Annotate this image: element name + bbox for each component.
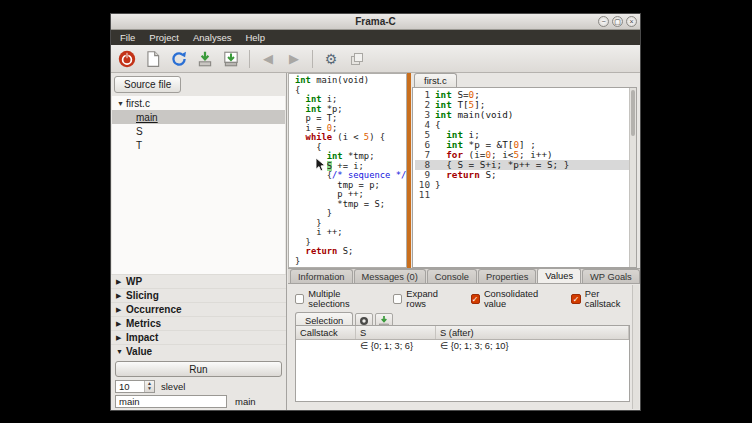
- source-file-tree: ▼ first.c main S T: [112, 96, 285, 274]
- spinner-arrows-icon[interactable]: ▲▼: [144, 381, 154, 392]
- main-function-field[interactable]: main: [115, 395, 227, 408]
- analyses-accordion: ▶ WP ▶ Slicing ▶ Occurrence ▶ Metrics ▶: [111, 274, 286, 358]
- values-options-row: Multiple selections Expand rows ✓ Consol…: [295, 289, 633, 309]
- code-line[interactable]: 3int main(void): [415, 110, 636, 120]
- power-icon: [118, 50, 136, 68]
- maximize-button[interactable]: ▢: [612, 16, 623, 27]
- back-icon: ◀: [263, 51, 273, 66]
- expander-right-icon: ▶: [116, 320, 126, 328]
- tree-item-first-c[interactable]: ▼ first.c: [112, 96, 285, 110]
- vertical-scrollbar[interactable]: [629, 88, 636, 267]
- reload-button[interactable]: [167, 47, 191, 71]
- main-function-row: main main: [115, 395, 282, 408]
- column-callstack[interactable]: Callstack: [296, 326, 356, 339]
- slevel-row: 10 ▲▼ slevel: [115, 379, 282, 393]
- slevel-label: slevel: [161, 381, 185, 392]
- slevel-spinner[interactable]: 10 ▲▼: [115, 380, 155, 393]
- forward-icon: ▶: [289, 51, 299, 66]
- menu-analyses[interactable]: Analyses: [186, 30, 239, 45]
- code-line[interactable]: return S;: [295, 247, 406, 257]
- window-title: Frama-C: [355, 16, 396, 27]
- values-table-header: Callstack S S (after): [296, 326, 629, 340]
- expander-right-icon: ▶: [116, 306, 126, 314]
- tree-item-S[interactable]: S: [112, 124, 285, 138]
- bottom-tabs: Information Messages (0) Console Propert…: [288, 269, 640, 284]
- tab-properties[interactable]: Properties: [478, 269, 536, 283]
- bottom-panel: Information Messages (0) Console Propert…: [288, 268, 640, 410]
- menu-help[interactable]: Help: [238, 30, 272, 45]
- analyses-settings-button[interactable]: ⚙: [319, 47, 343, 71]
- column-s[interactable]: S: [356, 326, 436, 339]
- run-button[interactable]: Run: [115, 361, 282, 377]
- tab-wp-goals[interactable]: WP Goals: [582, 269, 640, 283]
- code-line[interactable]: 11: [415, 190, 636, 200]
- expander-down-icon: ▼: [116, 348, 126, 355]
- checkbox-checked-icon[interactable]: ✓: [571, 294, 580, 304]
- table-cell: [296, 340, 356, 353]
- expand-rows-checkbox[interactable]: Expand rows: [393, 289, 456, 309]
- table-cell: ∈ {0; 1; 3; 6}: [356, 340, 436, 353]
- minimize-button[interactable]: −: [598, 16, 609, 27]
- original-source-view: 1int S=0;2int T[5];3int main(void)4{5 in…: [412, 87, 637, 268]
- code-line[interactable]: i ++;: [295, 228, 406, 238]
- multiple-selections-checkbox[interactable]: Multiple selections: [295, 289, 378, 309]
- tree-item-main[interactable]: main: [112, 110, 285, 124]
- accordion-occurrence[interactable]: ▶ Occurrence: [111, 302, 286, 316]
- gear-icon: ⚙: [325, 51, 338, 67]
- tab-first-c[interactable]: first.c: [414, 73, 457, 87]
- table-cell: ∈ {0; 1; 3; 6; 10}: [436, 340, 629, 353]
- save-session-icon: [222, 50, 240, 68]
- accordion-impact[interactable]: ▶ Impact: [111, 330, 286, 344]
- window-buttons: − ▢ ×: [598, 16, 637, 27]
- refresh-icon: [170, 50, 188, 68]
- mouse-cursor: [315, 157, 326, 173]
- frama-c-window: Frama-C − ▢ × File Project Analyses Help: [110, 13, 641, 411]
- accordion-slicing[interactable]: ▶ Slicing: [111, 288, 286, 302]
- load-session-button[interactable]: [193, 47, 217, 71]
- scrollbar-thumb[interactable]: [631, 90, 635, 136]
- new-project-button[interactable]: [141, 47, 165, 71]
- checkbox-checked-icon[interactable]: ✓: [471, 294, 480, 304]
- expander-down-icon[interactable]: ▼: [117, 100, 126, 107]
- tab-messages[interactable]: Messages (0): [354, 269, 426, 283]
- load-session-icon: [196, 50, 214, 68]
- source-position-marker[interactable]: [407, 73, 411, 268]
- tree-item-T[interactable]: T: [112, 138, 285, 152]
- expander-right-icon: ▶: [116, 278, 126, 286]
- code-line[interactable]: 9 return S;: [415, 170, 636, 180]
- accordion-wp[interactable]: ▶ WP: [111, 274, 286, 288]
- tab-console[interactable]: Console: [427, 269, 477, 283]
- menu-project[interactable]: Project: [142, 30, 186, 45]
- consolidated-value-checkbox[interactable]: ✓ Consolidated value: [471, 289, 557, 309]
- expander-right-icon: ▶: [116, 334, 126, 342]
- checkbox-icon[interactable]: [393, 294, 402, 304]
- toolbar-separator: [312, 50, 313, 68]
- history-back-button[interactable]: ◀: [256, 47, 280, 71]
- detach-view-button[interactable]: [345, 47, 369, 71]
- vertical-scrollbar[interactable]: [632, 285, 639, 409]
- code-line[interactable]: 10}: [415, 180, 636, 190]
- quit-button[interactable]: [115, 47, 139, 71]
- toolbar: ◀ ▶ ⚙: [111, 45, 640, 73]
- save-session-button[interactable]: [219, 47, 243, 71]
- code-line[interactable]: int main(void): [295, 76, 406, 86]
- per-callstack-checkbox[interactable]: ✓ Per callstack: [571, 289, 633, 309]
- main-content: Source file ▼ first.c main S T ▶: [111, 73, 640, 410]
- tab-values[interactable]: Values: [537, 268, 581, 283]
- source-file-button[interactable]: Source file: [114, 76, 181, 93]
- tab-information[interactable]: Information: [290, 269, 353, 283]
- history-forward-button[interactable]: ▶: [282, 47, 306, 71]
- values-table-body: ∈ {0; 1; 3; 6}∈ {0; 1; 3; 6; 10}: [296, 340, 629, 353]
- detach-icon: [349, 51, 365, 67]
- checkbox-icon[interactable]: [295, 294, 304, 304]
- expander-right-icon: ▶: [116, 292, 126, 300]
- column-s-after[interactable]: S (after): [436, 326, 629, 339]
- close-button[interactable]: ×: [626, 16, 637, 27]
- accordion-value[interactable]: ▼ Value: [111, 344, 286, 358]
- title-bar[interactable]: Frama-C − ▢ ×: [111, 14, 640, 30]
- table-row[interactable]: ∈ {0; 1; 3; 6}∈ {0; 1; 3; 6; 10}: [296, 340, 629, 353]
- main-function-label: main: [235, 396, 256, 407]
- code-line[interactable]: }: [295, 257, 406, 267]
- menu-file[interactable]: File: [113, 30, 142, 45]
- accordion-metrics[interactable]: ▶ Metrics: [111, 316, 286, 330]
